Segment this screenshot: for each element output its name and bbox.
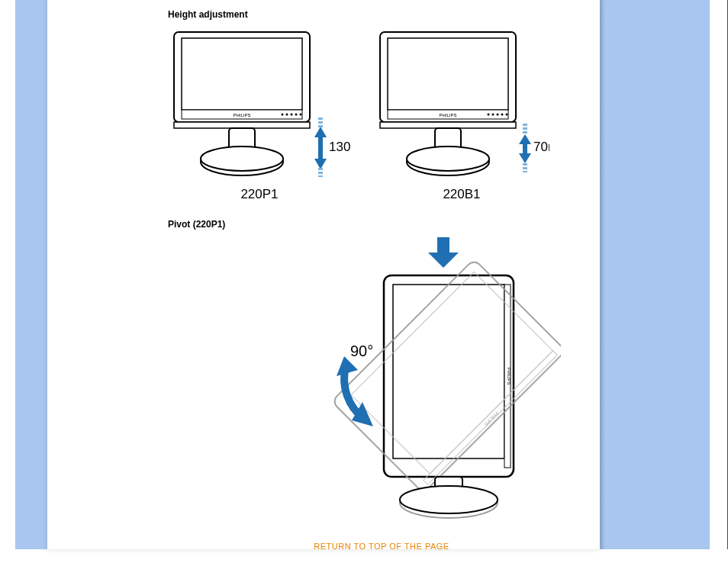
- svg-point-21: [492, 114, 494, 116]
- svg-point-20: [488, 114, 490, 116]
- return-to-top-link[interactable]: RETURN TO TOP OF THE PAGE: [168, 542, 595, 551]
- page-shadow: [600, 0, 607, 549]
- figure-pivot: PHILIPS PHILIPS: [221, 236, 595, 528]
- figure-220b1: PHILIPS 70mm: [374, 27, 549, 202]
- svg-marker-30: [519, 134, 531, 144]
- svg-point-7: [300, 114, 302, 116]
- svg-point-22: [497, 114, 499, 116]
- svg-point-23: [501, 114, 504, 116]
- model-label-220b1: 220B1: [374, 187, 549, 202]
- svg-point-11: [201, 146, 283, 171]
- svg-rect-37: [393, 285, 504, 458]
- svg-point-3: [282, 114, 284, 116]
- monitor-pivot-illustration: PHILIPS PHILIPS: [256, 236, 561, 526]
- svg-point-24: [506, 114, 508, 116]
- height-arrow-icon: [314, 117, 327, 177]
- svg-point-5: [291, 114, 293, 116]
- brand-label: PHILIPS: [439, 113, 456, 117]
- down-arrow-icon: [428, 237, 459, 268]
- page-content: Height adjustment PHILIPS: [168, 0, 595, 551]
- section-title-height-adjustment: Height adjustment: [168, 9, 595, 20]
- svg-rect-18: [388, 38, 508, 110]
- svg-rect-8: [174, 122, 310, 128]
- svg-point-6: [295, 114, 298, 116]
- height-value-220p1: 130mm: [329, 140, 351, 154]
- model-label-220p1: 220P1: [168, 187, 351, 202]
- svg-point-28: [407, 146, 489, 171]
- height-adjustment-figures: PHILIPS: [168, 27, 595, 202]
- svg-marker-14: [314, 159, 327, 169]
- svg-point-4: [286, 114, 288, 116]
- svg-marker-35: [428, 253, 459, 268]
- height-arrow-icon: [519, 124, 531, 172]
- monitor-220p1-illustration: PHILIPS: [168, 27, 351, 180]
- section-title-pivot: Pivot (220P1): [168, 219, 595, 230]
- svg-marker-13: [314, 127, 327, 137]
- monitor-220b1-illustration: PHILIPS 70mm: [374, 27, 549, 180]
- svg-point-45: [400, 486, 498, 513]
- svg-rect-25: [380, 122, 516, 128]
- figure-220p1: PHILIPS: [168, 27, 351, 202]
- svg-rect-1: [182, 38, 302, 110]
- pivot-angle-label: 90°: [350, 343, 373, 359]
- brand-label: PHILIPS: [233, 113, 250, 117]
- svg-rect-34: [437, 237, 449, 254]
- svg-marker-31: [519, 153, 531, 163]
- document-viewport: Height adjustment PHILIPS: [0, 0, 728, 563]
- brand-label: PHILIPS: [507, 367, 511, 384]
- manual-page: Height adjustment PHILIPS: [47, 0, 600, 549]
- height-value-220b1: 70mm: [533, 140, 549, 154]
